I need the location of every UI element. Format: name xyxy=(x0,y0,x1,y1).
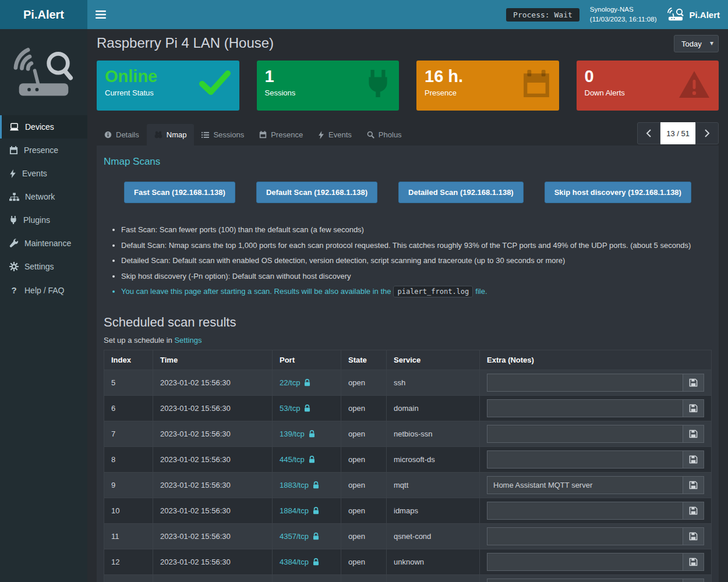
save-note-button[interactable] xyxy=(683,450,704,469)
port-link[interactable]: 1883/tcp xyxy=(280,481,309,489)
scheduled-results-heading: Scheduled scan results xyxy=(104,315,712,330)
lock-icon xyxy=(304,379,310,386)
cell-service: mqtt xyxy=(387,472,480,498)
scan-note-log-hint: You can leave this page after starting a… xyxy=(121,286,712,297)
table-header-row: Index Time Port State Service Extra (Not… xyxy=(104,350,712,370)
save-note-button[interactable] xyxy=(683,399,704,417)
process-status-badge: Process: Wait xyxy=(506,8,579,22)
note-input[interactable] xyxy=(487,553,683,571)
router-magnifier-logo-icon xyxy=(11,44,76,102)
calendar-icon xyxy=(522,70,551,99)
tab-details[interactable]: Details xyxy=(97,124,147,146)
note-input[interactable] xyxy=(487,450,683,469)
sidebar-item-presence[interactable]: Presence xyxy=(0,139,87,162)
sidebar-item-label: Presence xyxy=(24,146,58,155)
cell-time: 2023-01-02 15:56:30 xyxy=(153,395,273,421)
skip-host-discovery-button[interactable]: Skip host discovery (192.168.1.138) xyxy=(545,182,691,203)
fast-scan-button[interactable]: Fast Scan (192.168.1.138) xyxy=(124,182,235,203)
sidebar-item-network[interactable]: Network xyxy=(0,185,87,208)
tab-presence[interactable]: Presence xyxy=(252,124,310,146)
sidebar-item-label: Events xyxy=(22,169,47,178)
save-note-button[interactable] xyxy=(683,425,704,443)
cell-extra-notes xyxy=(480,523,712,549)
cell-service: ssh xyxy=(387,370,480,395)
tab-sessions[interactable]: Sessions xyxy=(194,124,252,146)
sidebar-toggle-button[interactable] xyxy=(87,0,114,29)
save-note-button[interactable] xyxy=(683,527,704,545)
sidebar-item-settings[interactable]: Settings xyxy=(0,255,87,278)
sidebar-item-label: Plugins xyxy=(23,215,50,225)
gear-icon xyxy=(9,262,19,271)
sidebar-item-plugins[interactable]: Plugins xyxy=(0,208,87,232)
port-link[interactable]: 139/tcp xyxy=(280,430,305,438)
cell-port: 4384/tcp xyxy=(273,549,341,574)
cell-state: open xyxy=(341,395,387,421)
sidebar-item-label: Network xyxy=(25,192,55,201)
laptop-icon xyxy=(9,123,19,132)
app-logo[interactable]: Pi.Alert xyxy=(0,0,87,29)
tab-nmap[interactable]: Nmap xyxy=(147,124,195,146)
router-logo-icon xyxy=(667,7,684,22)
col-time: Time xyxy=(153,350,273,370)
save-note-button[interactable] xyxy=(683,476,704,494)
floppy-icon xyxy=(689,558,698,566)
default-scan-button[interactable]: Default Scan (192.168.1.138) xyxy=(256,182,377,203)
cell-state: open xyxy=(341,574,387,582)
save-note-button[interactable] xyxy=(683,502,704,520)
cell-index: 12 xyxy=(104,549,153,574)
settings-link[interactable]: Settings xyxy=(174,336,202,345)
save-note-button[interactable] xyxy=(683,579,704,582)
port-link[interactable]: 1884/tcp xyxy=(280,506,309,515)
sidebar-item-events[interactable]: Events xyxy=(0,162,87,185)
schedule-hint: Set up a schedule in Settings xyxy=(104,336,712,345)
port-link[interactable]: 22/tcp xyxy=(280,378,300,387)
note-input[interactable] xyxy=(487,527,683,545)
tab-pholus[interactable]: Pholus xyxy=(359,124,409,146)
cell-port: 8123/tcp xyxy=(273,574,341,582)
sidebar-item-maintenance[interactable]: Maintenance xyxy=(0,232,87,255)
header-brand: Pi.Alert xyxy=(667,7,720,22)
cell-service: unknown xyxy=(387,549,480,574)
floppy-icon xyxy=(689,430,698,438)
port-link[interactable]: 445/tcp xyxy=(280,455,305,464)
scan-note: Fast Scan: Scan fewer ports (100) than t… xyxy=(121,224,712,236)
period-select[interactable]: Today xyxy=(674,35,719,52)
port-link[interactable]: 53/tcp xyxy=(280,404,300,413)
cell-service: microsoft-ds xyxy=(387,446,480,472)
save-note-button[interactable] xyxy=(683,374,704,392)
port-link[interactable]: 4357/tcp xyxy=(280,532,309,541)
note-input[interactable] xyxy=(487,502,683,520)
note-input[interactable] xyxy=(487,374,683,392)
scan-results-table: Index Time Port State Service Extra (Not… xyxy=(104,350,712,582)
detailed-scan-button[interactable]: Detailed Scan (192.168.1.138) xyxy=(398,182,524,203)
cell-state: open xyxy=(341,472,387,498)
sidebar-logo xyxy=(0,29,87,115)
col-extra-notes: Extra (Notes) xyxy=(480,350,712,370)
save-note-button[interactable] xyxy=(683,553,704,571)
note-input[interactable] xyxy=(487,399,683,417)
sidebar-item-help[interactable]: ? Help / FAQ xyxy=(0,278,87,302)
chevron-left-icon xyxy=(646,129,652,138)
note-input[interactable] xyxy=(487,579,683,582)
note-input[interactable] xyxy=(487,425,683,443)
scan-buttons: Fast Scan (192.168.1.138) Default Scan (… xyxy=(104,182,712,203)
table-row: 13 2023-01-02 15:56:30 8123/tcp open pol… xyxy=(104,574,712,582)
period-select-wrap: Today xyxy=(674,35,719,52)
sidebar-item-devices[interactable]: Devices xyxy=(0,115,87,139)
scan-note: Detailed Scan: Default scan with enabled… xyxy=(121,255,712,267)
next-device-button[interactable] xyxy=(695,122,719,144)
sidebar-item-label: Settings xyxy=(24,262,54,271)
lock-icon xyxy=(313,507,319,514)
table-row: 6 2023-01-02 15:56:30 53/tcp open domain xyxy=(104,395,712,421)
cell-state: open xyxy=(341,446,387,472)
status-box: Online Current Status xyxy=(97,61,239,111)
main-content: Raspberry Pi 4 LAN (House) Today Online … xyxy=(87,29,728,582)
note-input[interactable] xyxy=(487,476,683,494)
prev-device-button[interactable] xyxy=(637,122,660,144)
table-row: 9 2023-01-02 15:56:30 1883/tcp open mqtt xyxy=(104,472,712,498)
port-link[interactable]: 4384/tcp xyxy=(280,558,309,566)
cell-index: 10 xyxy=(104,498,153,523)
tab-events[interactable]: Events xyxy=(310,124,359,146)
device-pagination: 13 / 51 xyxy=(637,122,719,144)
device-page-indicator: 13 / 51 xyxy=(660,122,695,144)
